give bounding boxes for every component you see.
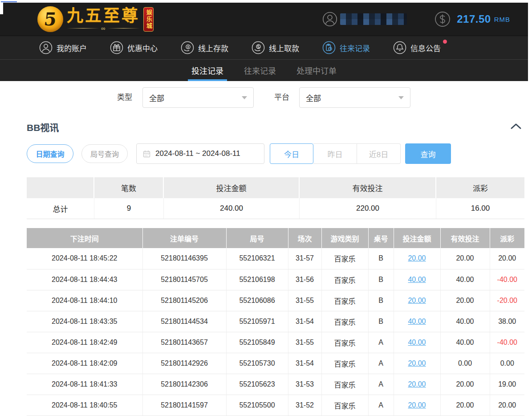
table-cell: 552105500 — [226, 395, 288, 416]
notification-dot — [443, 40, 447, 44]
platform-select-value: 全部 — [306, 92, 321, 103]
bet-amount-link[interactable]: 20.00 — [408, 254, 426, 262]
masthead: 5 九五至尊 ∞ 娱乐城 217.50 RMB — [0, 3, 528, 36]
table-cell: 31-52 — [288, 395, 321, 416]
round-query-button[interactable]: 局号查询 — [81, 144, 128, 163]
table-cell: A — [368, 395, 394, 416]
nav-item-user[interactable]: 我的账户 — [39, 41, 87, 54]
table-cell: 20.00 — [440, 374, 490, 395]
table-cell: 31-55 — [288, 290, 321, 311]
search-button[interactable]: 查询 — [405, 143, 451, 164]
bet-amount-link[interactable]: 20.00 — [408, 359, 426, 367]
table-cell: 521801141597 — [142, 395, 226, 416]
table-cell: 31-54 — [288, 353, 321, 374]
table-cell: A — [368, 332, 394, 353]
balance-currency: RMB — [494, 16, 510, 23]
table-cell: 552106198 — [226, 269, 288, 290]
summary-header-cell: 派彩 — [436, 177, 524, 198]
collapse-chevron-up-icon[interactable] — [509, 120, 523, 132]
table-cell: 20.00 — [440, 248, 490, 269]
nav-item-label: 线上存款 — [198, 42, 228, 53]
summary-total-cell: 220.00 — [300, 198, 436, 219]
table-cell: 20.00 — [440, 395, 490, 416]
table-cell: -40.00 — [490, 269, 524, 290]
table-row: 2024-08-11 18:41:33521801142306552105623… — [27, 374, 524, 395]
quick-range-button[interactable]: 今日 — [270, 143, 313, 164]
nav-item-label: 优惠中心 — [127, 42, 158, 53]
browser-edge-accent — [1, 1, 17, 2]
nav-item-deposit[interactable]: 线上存款 — [181, 41, 228, 54]
table-cell: 40.00 — [440, 269, 490, 290]
table-row: 2024-08-11 18:42:09521801142926552105730… — [27, 353, 524, 374]
table-cell: 2024-08-11 18:41:33 — [27, 374, 142, 395]
quick-range-button[interactable]: 近8日 — [357, 143, 401, 164]
table-cell: 552105730 — [226, 353, 288, 374]
summary-header-cell: 笔数 — [94, 177, 164, 198]
table-cell: 2024-08-11 18:40:55 — [27, 395, 142, 416]
type-select[interactable]: 全部 — [142, 87, 254, 108]
nav-item-label: 往来记录 — [340, 42, 370, 53]
table-row: 2024-08-11 18:44:43521801145705552106198… — [27, 269, 524, 290]
site-logo[interactable]: 5 九五至尊 ∞ 娱乐城 — [37, 6, 154, 32]
flourish-swirl-icon: ∞ — [99, 25, 107, 31]
table-header-cell: 游戏类别 — [321, 228, 368, 248]
type-select-value: 全部 — [149, 92, 164, 103]
nav-item-gift[interactable]: 优惠中心 — [110, 41, 158, 54]
query-row: 日期查询 局号查询 2024-08-11 ~ 2024-08-11 今日昨日近8… — [27, 143, 451, 164]
balance-amount: 217.50 — [457, 13, 491, 25]
table-cell: 552105623 — [226, 374, 288, 395]
bet-amount-link[interactable]: 20.00 — [408, 380, 426, 388]
tab-往来记录[interactable]: 往来记录 — [241, 60, 279, 81]
table-row: 2024-08-11 18:42:49521801143657552105849… — [27, 332, 524, 353]
table-cell: A — [368, 374, 394, 395]
table-cell: 521801144534 — [142, 311, 226, 332]
nav-item-label: 线上取款 — [269, 42, 299, 53]
table-cell: 31-56 — [288, 269, 321, 290]
table-header-row: 下注时间注单编号局号场次游戏类别桌号投注金额有效投注派彩 — [27, 228, 524, 248]
date-query-button[interactable]: 日期查询 — [27, 144, 73, 163]
table-header-cell: 注单编号 — [142, 228, 226, 248]
table-cell: 552106086 — [226, 290, 288, 311]
summary-total-row: 总计9240.00220.0016.00 — [27, 198, 524, 219]
summary-total-cell: 240.00 — [164, 198, 300, 219]
table-cell: 20.00 — [440, 290, 490, 311]
avatar-icon[interactable] — [322, 12, 337, 27]
table-cell: 百家乐 — [321, 311, 368, 332]
withdraw-icon — [252, 41, 265, 54]
tab-投注记录[interactable]: 投注记录 — [189, 60, 226, 81]
date-range-input[interactable]: 2024-08-11 ~ 2024-08-11 — [136, 143, 264, 164]
table-cell: 20.00 — [490, 395, 524, 416]
table-cell: 552106321 — [226, 248, 288, 269]
summary-header-row: 笔数投注金额有效投注派彩 — [27, 177, 524, 198]
table-header-cell: 下注时间 — [27, 228, 142, 248]
table-header-cell: 投注金额 — [394, 228, 440, 248]
table-cell: 2024-08-11 18:42:49 — [27, 332, 142, 353]
table-cell: 20.00 — [394, 353, 440, 374]
nav-item-records[interactable]: 往来记录 — [322, 41, 370, 54]
gift-icon — [110, 41, 123, 54]
summary-total-cell: 9 — [94, 198, 164, 219]
platform-select[interactable]: 全部 — [299, 87, 410, 108]
bet-amount-link[interactable]: 20.00 — [408, 401, 426, 409]
table-cell: 40.00 — [440, 311, 490, 332]
bet-table: 下注时间注单编号局号场次游戏类别桌号投注金额有效投注派彩 2024-08-11 … — [27, 228, 524, 416]
table-cell: 40.00 — [440, 332, 490, 353]
summary-table: 笔数投注金额有效投注派彩 总计9240.00220.0016.00 — [27, 177, 524, 219]
bet-amount-link[interactable]: 40.00 — [408, 339, 426, 346]
table-cell: 百家乐 — [321, 353, 368, 374]
nav-item-bell[interactable]: 信息公告 — [393, 41, 441, 54]
table-row: 2024-08-11 18:40:55521801141597552105500… — [27, 395, 524, 416]
bet-amount-link[interactable]: 40.00 — [408, 318, 426, 325]
tab-处理中订单[interactable]: 处理中订单 — [294, 60, 339, 81]
quick-range-button[interactable]: 昨日 — [313, 143, 357, 164]
nav-item-withdraw[interactable]: 线上取款 — [252, 41, 299, 54]
table-cell: 20.00 — [394, 290, 440, 311]
table-cell: 2024-08-11 18:43:35 — [27, 311, 142, 332]
table-cell: 552105849 — [226, 332, 288, 353]
table-cell: 0.00 — [440, 353, 490, 374]
type-filter-label: 类型 — [117, 87, 132, 108]
bet-amount-link[interactable]: 40.00 — [408, 276, 426, 283]
bet-amount-link[interactable]: 20.00 — [408, 297, 426, 304]
table-cell: 521801145705 — [142, 269, 226, 290]
table-header-cell: 派彩 — [490, 228, 524, 248]
